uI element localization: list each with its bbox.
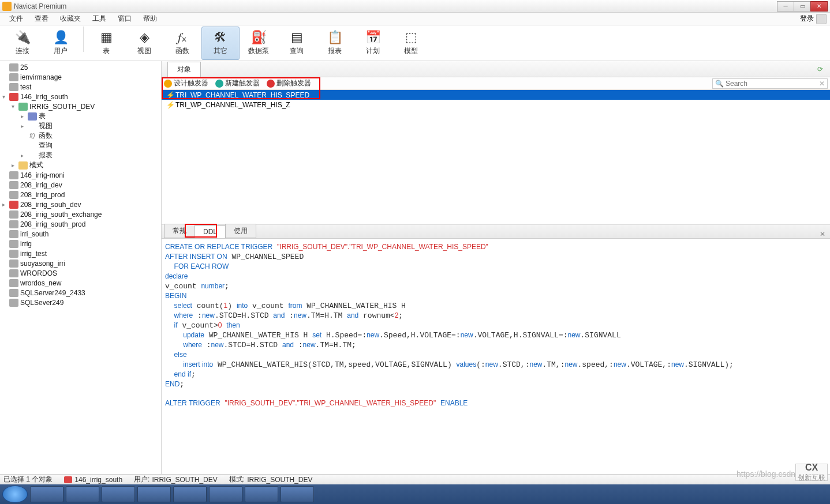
plug-icon: 🔌 xyxy=(14,30,31,45)
user-avatar-icon[interactable] xyxy=(816,14,827,24)
tree-item[interactable]: SQLServer249_2433 xyxy=(0,288,161,298)
tree-item[interactable]: ▾146_irrig_south xyxy=(0,92,161,101)
tool-plan[interactable]: 📅计划 xyxy=(354,27,392,60)
plan-icon: 📅 xyxy=(365,30,381,45)
tool-other[interactable]: 🛠其它 xyxy=(201,27,240,60)
search-icon: 🔍 xyxy=(715,80,724,88)
tree-item[interactable]: ▸模式 xyxy=(0,160,161,170)
search-box[interactable]: 🔍 ✕ xyxy=(712,78,828,89)
action-bar: 设计触发器 新建触发器 删除触发器 🔍 ✕ xyxy=(162,77,830,90)
tree-item[interactable]: ienvirmanage xyxy=(0,72,161,82)
tool-report[interactable]: 📋报表 xyxy=(316,27,354,60)
tool-user[interactable]: 👤用户 xyxy=(42,27,80,60)
tree-item[interactable]: 146_irrig-moni xyxy=(0,170,161,180)
report-icon xyxy=(28,152,37,160)
taskbar-item[interactable] xyxy=(281,486,314,502)
design-trigger-button[interactable]: 设计触发器 xyxy=(164,78,208,88)
main-area: 对象 ⟳ 设计触发器 新建触发器 删除触发器 🔍 ✕ ⚡TRI_WP_CHANN… xyxy=(162,61,830,474)
sql-editor[interactable]: CREATE OR REPLACE TRIGGER "IRRIG_SOUTH_D… xyxy=(162,239,830,474)
taskbar-item[interactable] xyxy=(102,486,135,502)
folder-icon xyxy=(18,161,28,170)
db-gray-icon xyxy=(9,240,18,248)
tree-item[interactable]: 25 xyxy=(0,62,161,72)
menubar: 文件 查看 收藏夹 工具 窗口 帮助 登录 xyxy=(0,13,830,25)
tool-query[interactable]: ▤查询 xyxy=(278,27,316,60)
db-gray-icon xyxy=(9,73,18,81)
close-button[interactable]: ✕ xyxy=(810,1,828,12)
tree-item[interactable]: irrig_test xyxy=(0,249,161,258)
tree-item[interactable]: ▸表 xyxy=(0,111,161,121)
delete-trigger-button[interactable]: 删除触发器 xyxy=(267,78,311,88)
plus-icon xyxy=(215,80,223,88)
status-schema: 模式: IRRIG_SOUTH_DEV xyxy=(229,475,313,484)
status-bar: 已选择 1 个对象 146_irrig_south 用户: IRRIG_SOUT… xyxy=(0,474,830,484)
bolt-icon: ⚡ xyxy=(166,91,173,99)
taskbar-item[interactable] xyxy=(137,486,171,502)
taskbar-item[interactable] xyxy=(66,486,99,502)
search-input[interactable] xyxy=(726,80,817,88)
db-gray-icon xyxy=(9,191,18,199)
maximize-button[interactable]: ▭ xyxy=(794,1,811,12)
trigger-row[interactable]: ⚡TRI_WP_CHANNEL_WATER_HIS_Z xyxy=(162,100,830,110)
tree-item[interactable]: 208_irrig_prod xyxy=(0,190,161,200)
menu-file[interactable]: 文件 xyxy=(3,13,29,25)
tool-fx[interactable]: 𝑓ₓ函数 xyxy=(163,27,201,60)
tree-item[interactable]: irri_south xyxy=(0,229,161,239)
menu-favorites[interactable]: 收藏夹 xyxy=(54,13,87,25)
fx-icon: 𝑓ₓ xyxy=(174,30,190,45)
view-icon: ◈ xyxy=(136,30,152,45)
login-link[interactable]: 登录 xyxy=(800,14,814,24)
tool-pump[interactable]: ⛽数据泵 xyxy=(240,27,278,60)
tab-ddl[interactable]: DDL xyxy=(195,225,226,238)
tree-item[interactable]: test xyxy=(0,82,161,92)
minimize-button[interactable]: ─ xyxy=(777,1,794,12)
table-icon xyxy=(28,112,37,121)
close-panel-icon[interactable]: ✕ xyxy=(820,230,825,238)
tree-item[interactable]: suoyasong_irri xyxy=(0,258,161,268)
tree-item[interactable]: irrig xyxy=(0,239,161,249)
taskbar-item[interactable] xyxy=(173,486,207,502)
pump-icon: ⛽ xyxy=(251,30,267,45)
menu-tools[interactable]: 工具 xyxy=(87,13,112,25)
window-controls: ─ ▭ ✕ xyxy=(777,1,828,12)
tab-objects[interactable]: 对象 xyxy=(167,62,201,77)
taskbar-item[interactable] xyxy=(209,486,242,502)
view-icon xyxy=(28,122,37,130)
menu-window[interactable]: 窗口 xyxy=(112,13,137,25)
tree-item[interactable]: ▸报表 xyxy=(0,151,161,160)
user-icon: 👤 xyxy=(53,30,69,45)
tab-general[interactable]: 常规 xyxy=(164,224,195,238)
clear-search-icon[interactable]: ✕ xyxy=(819,80,825,88)
tree-item[interactable]: SQLSever249 xyxy=(0,298,161,307)
tab-usage[interactable]: 使用 xyxy=(225,224,256,238)
tree-item[interactable]: f()函数 xyxy=(0,131,161,141)
tab-help-icon[interactable]: ⟳ xyxy=(814,63,827,76)
tool-view[interactable]: ◈视图 xyxy=(125,27,163,60)
tree-item[interactable]: 208_irrig_south_prod xyxy=(0,219,161,229)
taskbar-item[interactable] xyxy=(245,486,278,502)
status-selection: 已选择 1 个对象 xyxy=(3,475,53,484)
new-trigger-button[interactable]: 新建触发器 xyxy=(215,78,260,88)
connection-tree[interactable]: 25ienvirmanagetest▾146_irrig_south▾IRRIG… xyxy=(0,61,162,474)
trigger-row[interactable]: ⚡TRI_WP_CHANNEL_WATER_HIS_SPEED xyxy=(162,90,830,100)
tree-item[interactable]: ▾IRRIG_SOUTH_DEV xyxy=(0,101,161,111)
wrench-icon xyxy=(164,80,172,88)
tool-plug[interactable]: 🔌连接 xyxy=(3,27,42,60)
tree-item[interactable]: 208_irrig_dev xyxy=(0,180,161,190)
tool-model[interactable]: ⬚模型 xyxy=(392,27,430,60)
tree-item[interactable]: WRORDOS xyxy=(0,268,161,278)
start-button[interactable] xyxy=(2,486,28,503)
tree-item[interactable]: 查询 xyxy=(0,141,161,151)
tool-table[interactable]: ▦表 xyxy=(87,27,125,60)
menu-help[interactable]: 帮助 xyxy=(137,13,163,25)
trigger-list[interactable]: ⚡TRI_WP_CHANNEL_WATER_HIS_SPEED⚡TRI_WP_C… xyxy=(162,90,830,225)
tree-item[interactable]: wrordos_new xyxy=(0,278,161,288)
tree-item[interactable]: ▸视图 xyxy=(0,121,161,131)
menu-view[interactable]: 查看 xyxy=(29,13,54,25)
db-gray-icon xyxy=(9,259,18,268)
taskbar-item[interactable] xyxy=(30,486,63,502)
db-gray-icon xyxy=(9,210,18,219)
tree-item[interactable]: 208_irrig_south_exchange xyxy=(0,209,161,219)
toolbar: 🔌连接👤用户▦表◈视图𝑓ₓ函数🛠其它⛽数据泵▤查询📋报表📅计划⬚模型 xyxy=(0,25,830,61)
tree-item[interactable]: ▸208_irrig_souh_dev xyxy=(0,200,161,209)
